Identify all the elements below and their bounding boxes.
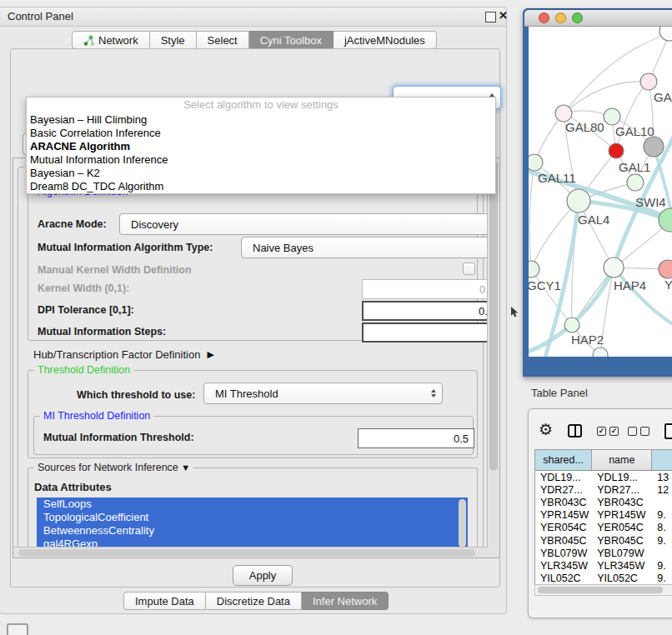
table-row[interactable]: YBL079WYBL079W — [535, 547, 672, 559]
table-cell[interactable]: 9. — [652, 509, 672, 521]
table-cell[interactable]: YBR043C — [535, 497, 592, 508]
table-cell[interactable]: YBL079W — [592, 548, 652, 559]
table-cell[interactable]: 13 — [652, 472, 672, 483]
deselect-all-checkboxes-icon[interactable] — [628, 427, 649, 436]
table-row[interactable]: YDL19...YDL19...13 — [535, 471, 672, 483]
node-salmon[interactable] — [659, 260, 672, 278]
algorithm-option[interactable]: Mutual Information Inference — [27, 153, 495, 167]
table-row[interactable]: YLR345WYLR345W9. — [535, 559, 672, 572]
tab-network[interactable]: Network — [72, 31, 150, 49]
node-gal4[interactable] — [567, 189, 590, 212]
table-cell[interactable]: YER054C — [592, 522, 652, 533]
tab-cyni-toolbox[interactable]: Cyni Toolbox — [249, 31, 333, 49]
node-gal10[interactable] — [604, 108, 620, 125]
algorithm-option[interactable]: Bayesian – Hill Climbing — [27, 113, 495, 127]
close-icon[interactable]: ✕ — [499, 9, 508, 22]
table-cell[interactable]: YLR345W — [592, 560, 652, 572]
close-traffic-light-icon[interactable] — [539, 12, 549, 23]
algorithm-option[interactable]: Basic Correlation Inference — [27, 127, 495, 140]
node-gray[interactable] — [644, 137, 664, 157]
table-cell[interactable]: YDL19... — [535, 472, 592, 483]
node-gcy1[interactable] — [529, 261, 539, 278]
node-gal80[interactable] — [555, 105, 572, 122]
zoom-traffic-light-icon[interactable] — [572, 12, 583, 23]
table-row[interactable]: YBR043CYBR043C — [535, 496, 672, 508]
table-cell[interactable]: YBR043C — [592, 497, 652, 508]
tab-jactivemnodules[interactable]: jActiveMNodules — [333, 31, 437, 49]
aracne-mode-combobox[interactable]: Discovery — [119, 213, 500, 235]
hub-transcription-section-toggle[interactable]: Hub/Transcription Factor Definition ▶ — [33, 348, 214, 361]
settings-horizontal-scrollbar[interactable] — [13, 547, 488, 558]
table-row[interactable]: YBR045CYBR045C9. — [535, 534, 672, 547]
tab-select[interactable]: Select — [197, 31, 249, 49]
settings-vertical-scrollbar[interactable] — [487, 158, 499, 558]
network-canvas[interactable]: GALGAL80GAL10GAL1GAL11SWI4GAL4GCY1HAP4YH… — [529, 27, 672, 357]
mi-steps-field[interactable]: 6 — [362, 322, 500, 342]
data-attribute-item[interactable]: SelfLoops — [37, 498, 468, 511]
gear-icon[interactable]: ⚙ — [539, 422, 553, 438]
table-row[interactable]: YER054CYER054C8. — [535, 522, 672, 534]
table-horizontal-scrollbar[interactable] — [534, 584, 672, 596]
network-edge[interactable] — [529, 162, 534, 269]
table-cell[interactable]: YLR345W — [535, 560, 592, 572]
network-edge[interactable] — [616, 82, 649, 151]
table-cell[interactable]: YDR27... — [535, 484, 592, 496]
table-row[interactable]: YDR27...YDR27...12 — [535, 483, 672, 496]
node-partial-bottom[interactable] — [593, 348, 608, 357]
node-gal-upper[interactable] — [640, 73, 657, 90]
document-icon[interactable] — [664, 423, 672, 439]
algorithm-option[interactable]: Dream8 DC_TDC Algorithm — [27, 180, 495, 193]
tab-infer-network[interactable]: Infer Network — [302, 592, 389, 610]
table-cell[interactable]: YPR145W — [592, 509, 652, 521]
table-row[interactable]: YPR145WYPR145W9. — [535, 509, 672, 522]
node-partial-top[interactable] — [659, 27, 672, 41]
select-all-checkboxes-icon[interactable]: ✓✓ — [597, 427, 619, 436]
network-window-titlebar[interactable] — [524, 10, 672, 27]
vertical-scrollbar-thumb[interactable] — [489, 161, 498, 471]
table-cell[interactable]: YDR27... — [592, 484, 652, 496]
table-scrollbar-thumb[interactable] — [538, 587, 663, 593]
table-cell[interactable]: YIL052C — [592, 572, 652, 584]
algorithm-option[interactable]: ARACNE Algorithm — [27, 140, 495, 153]
data-attributes-list[interactable]: SelfLoopsTopologicalCoefficientBetweenne… — [37, 498, 468, 552]
split-columns-icon[interactable] — [568, 424, 582, 438]
mi-threshold-field[interactable]: 0.5 — [358, 428, 474, 448]
table-cell[interactable]: 9. — [652, 535, 672, 547]
apply-button[interactable]: Apply — [233, 565, 293, 586]
node-swi4[interactable] — [659, 208, 672, 232]
node-gal11[interactable] — [529, 154, 543, 171]
node-hap2[interactable] — [564, 318, 579, 332]
minimize-traffic-light-icon[interactable] — [555, 12, 566, 23]
algorithm-option[interactable]: Bayesian – K2 — [27, 167, 495, 180]
data-attribute-item[interactable]: BetweennessCentrality — [37, 524, 468, 538]
table-cell[interactable]: YDL19... — [592, 472, 652, 483]
kernel-width-field[interactable]: 0.0 — [362, 279, 500, 299]
table-cell[interactable]: 8. — [652, 522, 672, 533]
attribute-list-scrollbar[interactable] — [459, 499, 466, 548]
column-header[interactable]: name — [592, 450, 652, 470]
table-cell[interactable]: 12 — [652, 484, 672, 496]
node-gal1[interactable] — [627, 174, 644, 191]
tab-impute-data[interactable]: Impute Data — [123, 592, 206, 610]
expanded-arrow-icon[interactable]: ▼ — [181, 462, 190, 472]
table-cell[interactable]: 9. — [652, 572, 672, 584]
table-cell[interactable]: YER054C — [535, 522, 592, 533]
manual-kernel-width-checkbox[interactable] — [463, 262, 475, 275]
node-red[interactable] — [609, 143, 624, 158]
dpi-tolerance-field[interactable]: 0.0 — [362, 301, 500, 321]
mi-algorithm-type-combobox[interactable]: Naive Bayes — [241, 237, 500, 258]
tab-discretize-data[interactable]: Discretize Data — [206, 592, 302, 610]
table-row[interactable]: YIL052CYIL052C9. — [535, 572, 672, 585]
column-header[interactable]: shared... — [535, 450, 592, 470]
table-cell[interactable]: YBR045C — [535, 535, 592, 547]
column-header[interactable] — [652, 450, 672, 470]
tab-style[interactable]: Style — [150, 31, 197, 49]
horizontal-scrollbar-thumb[interactable] — [18, 549, 475, 557]
table-cell[interactable]: 9. — [652, 560, 672, 572]
table-cell[interactable]: YBL079W — [535, 548, 592, 559]
which-threshold-combobox[interactable]: MI Threshold — [203, 382, 443, 404]
node-hap4[interactable] — [604, 258, 624, 278]
docked-panel-icon[interactable] — [7, 623, 28, 635]
table-cell[interactable]: YPR145W — [535, 509, 592, 521]
float-window-icon[interactable] — [485, 12, 496, 22]
